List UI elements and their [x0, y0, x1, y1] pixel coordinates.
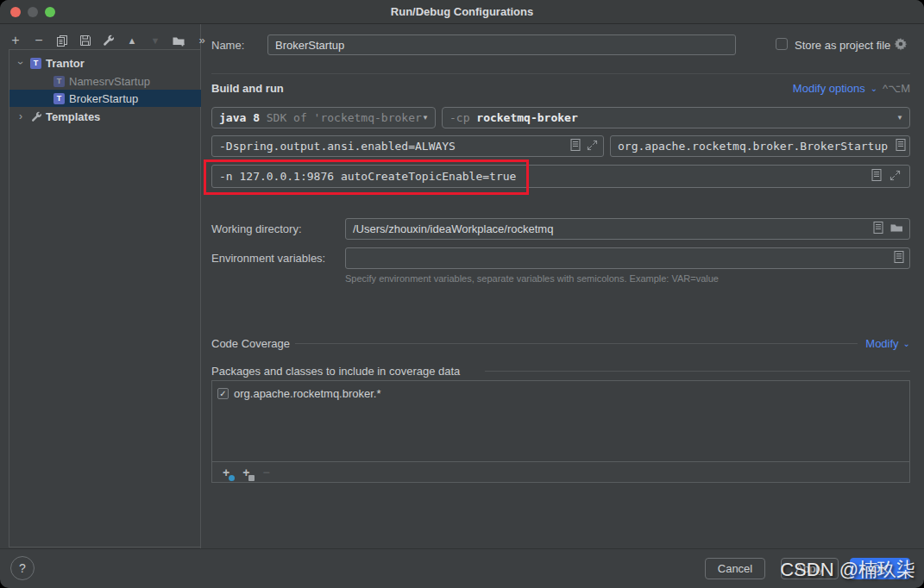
classpath-combo[interactable]: -cp rocketmq-broker ▼	[442, 107, 910, 128]
coverage-modify-link[interactable]: Modify	[865, 337, 898, 350]
templates-wrench-icon	[31, 111, 42, 122]
expand-icon[interactable]	[587, 139, 598, 154]
csdn-watermark: CSDN @楠玖柒	[780, 557, 915, 583]
configurations-tree: › T Trantor T NamesrvStartup T BrokerSta…	[9, 49, 201, 547]
tree-item-brokerstartup-selected[interactable]: T BrokerStartup	[9, 90, 201, 107]
divider	[0, 548, 924, 549]
tree-item-label: NamesrvStartup	[69, 75, 150, 88]
copy-configuration-icon[interactable]	[55, 34, 69, 47]
browse-folder-icon[interactable]	[890, 222, 903, 237]
new-folder-icon[interactable]	[172, 34, 185, 47]
jre-version: java 8	[219, 111, 260, 124]
store-as-project-file-label: Store as project file	[795, 39, 890, 52]
sidebar-toolbar: + − ▲ ▼ »	[9, 31, 209, 50]
more-actions-icon[interactable]: »	[195, 34, 209, 47]
application-type-icon: T	[53, 76, 65, 87]
store-as-project-file-checkbox[interactable]	[776, 38, 788, 50]
open-editor-icon[interactable]	[896, 139, 906, 154]
divider	[295, 343, 858, 344]
dropdown-arrow-icon: ▼	[896, 114, 909, 122]
save-configuration-icon[interactable]	[79, 34, 92, 47]
environment-variables-hint: Specify environment variables, separate …	[345, 273, 719, 284]
name-field[interactable]	[267, 34, 736, 55]
run-debug-configurations-dialog: Run/Debug Configurations + − ▲ ▼ » ›	[0, 0, 924, 588]
coverage-list-toolbar: + + −	[212, 461, 909, 482]
cp-module: rocketmq-broker	[476, 111, 577, 124]
configurations-sidebar: + − ▲ ▼ » › T Trantor	[0, 24, 201, 548]
tree-item-templates[interactable]: › Templates	[9, 108, 201, 125]
window-title: Run/Debug Configurations	[0, 5, 924, 18]
chevron-collapsed-icon[interactable]: ›	[16, 110, 25, 122]
tree-item-trantor[interactable]: › T Trantor	[9, 54, 201, 72]
build-and-run-header: Build and run	[211, 82, 284, 95]
environment-variables-field[interactable]	[345, 247, 910, 269]
chevron-down-icon: ⌄	[871, 84, 877, 93]
tree-item-label: Trantor	[46, 57, 85, 70]
divider	[485, 371, 910, 372]
working-directory-label: Working directory:	[211, 222, 302, 235]
open-editor-icon[interactable]	[873, 222, 883, 237]
open-editor-icon[interactable]	[570, 139, 581, 154]
application-type-icon: T	[53, 93, 65, 104]
dropdown-arrow-icon: ▼	[422, 114, 435, 122]
tree-item-namesrvstartup[interactable]: T NamesrvStartup	[9, 72, 201, 90]
add-package-pattern-icon[interactable]: +	[242, 466, 249, 479]
chevron-expanded-icon[interactable]: ›	[15, 59, 27, 67]
name-label: Name:	[211, 39, 244, 52]
remove-configuration-icon[interactable]: −	[32, 34, 46, 47]
coverage-item-row[interactable]: ✓ org.apache.rocketmq.broker.*	[217, 387, 381, 400]
cancel-button[interactable]: Cancel	[705, 558, 765, 579]
main-class-value: org.apache.rocketmq.broker.BrokerStartup	[611, 140, 905, 153]
store-settings-gear-icon[interactable]	[894, 37, 908, 54]
cp-flag: -cp	[449, 111, 476, 124]
modify-options-link[interactable]: Modify options	[793, 82, 865, 95]
code-coverage-header: Code Coverage	[211, 337, 290, 350]
program-arguments-field[interactable]: -n 127.0.0.1:9876 autoCreateTopicEnable=…	[211, 165, 910, 188]
coverage-modify-control[interactable]: Modify ⌄	[865, 337, 910, 350]
coverage-item-label: org.apache.rocketmq.broker.*	[234, 387, 381, 400]
open-editor-icon[interactable]	[871, 169, 882, 185]
help-button[interactable]: ?	[10, 556, 35, 580]
divider	[211, 73, 910, 74]
jre-selector-combo[interactable]: java 8 SDK of 'rocketmq-broker ▼	[211, 107, 436, 128]
application-type-icon: T	[30, 58, 41, 69]
jre-description: SDK of 'rocketmq-broker	[260, 111, 422, 124]
working-directory-input[interactable]	[346, 222, 909, 235]
edit-templates-icon[interactable]	[102, 34, 116, 47]
environment-variables-label: Environment variables:	[211, 252, 325, 265]
title-bar: Run/Debug Configurations	[0, 0, 924, 24]
program-arguments-value: -n 127.0.0.1:9876 autoCreateTopicEnable=…	[212, 170, 516, 183]
coverage-item-checkbox[interactable]: ✓	[217, 388, 229, 399]
environment-variables-input[interactable]	[346, 252, 909, 265]
vm-options-value: -Dspring.output.ansi.enabled=ALWAYS	[212, 140, 495, 153]
move-up-icon[interactable]: ▲	[125, 34, 139, 47]
tree-item-label: Templates	[46, 110, 100, 123]
open-editor-icon[interactable]	[894, 251, 904, 266]
chevron-down-icon: ⌄	[903, 339, 910, 348]
coverage-packages-list: ✓ org.apache.rocketmq.broker.* + + −	[211, 380, 910, 483]
tree-item-label: BrokerStartup	[69, 92, 138, 105]
move-down-icon: ▼	[148, 34, 162, 47]
main-class-field[interactable]: org.apache.rocketmq.broker.BrokerStartup	[610, 135, 910, 157]
remove-pattern-icon: −	[262, 466, 269, 479]
coverage-packages-header: Packages and classes to include in cover…	[211, 365, 460, 378]
add-class-pattern-icon[interactable]: +	[223, 466, 229, 479]
add-configuration-icon[interactable]: +	[9, 34, 22, 47]
vm-options-field[interactable]: -Dspring.output.ansi.enabled=ALWAYS	[211, 135, 604, 157]
name-input[interactable]	[268, 39, 735, 52]
modify-options-control[interactable]: Modify options ⌄ ^⌥M	[793, 82, 910, 95]
working-directory-field[interactable]	[345, 218, 910, 240]
modify-options-shortcut: ^⌥M	[883, 82, 910, 95]
expand-icon[interactable]	[889, 169, 901, 185]
